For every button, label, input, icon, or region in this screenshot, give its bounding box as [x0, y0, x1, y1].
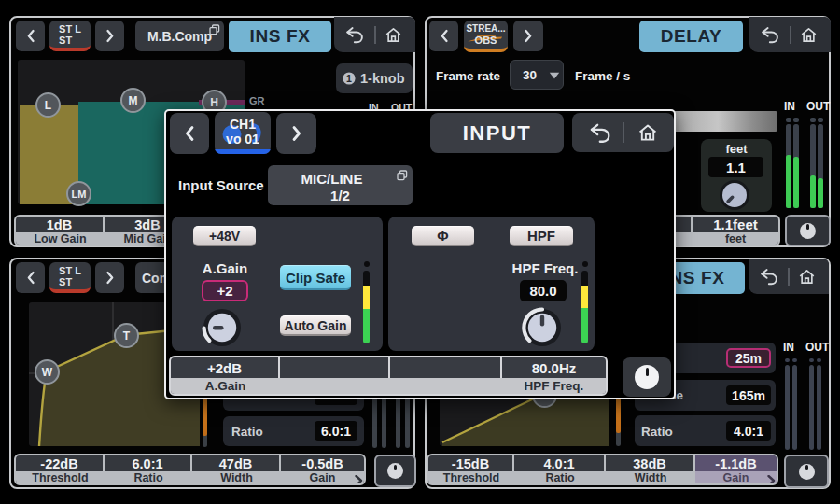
svg-text:1: 1 [346, 73, 352, 84]
